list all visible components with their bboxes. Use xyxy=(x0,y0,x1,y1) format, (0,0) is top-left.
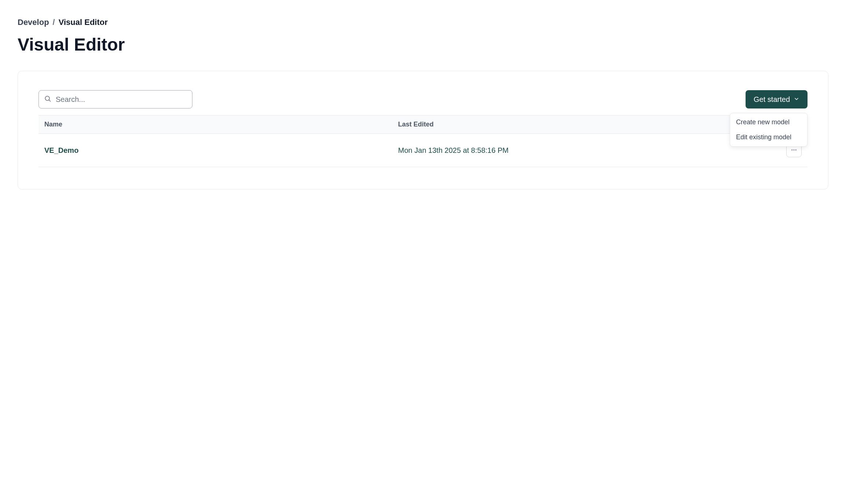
get-started-label: Get started xyxy=(754,95,790,104)
get-started-button[interactable]: Get started xyxy=(746,90,808,108)
dropdown-item-edit-existing-model[interactable]: Edit existing model xyxy=(730,130,807,145)
svg-point-0 xyxy=(45,96,49,100)
breadcrumb-parent[interactable]: Develop xyxy=(18,18,49,27)
chevron-down-icon xyxy=(794,95,799,104)
breadcrumb-separator: / xyxy=(53,18,55,27)
svg-line-1 xyxy=(49,100,51,102)
get-started-dropdown: Create new model Edit existing model xyxy=(730,113,808,147)
svg-point-2 xyxy=(791,149,792,150)
svg-point-4 xyxy=(795,149,797,150)
main-panel: Get started Create new model Edit existi… xyxy=(18,71,828,190)
table-row: VE_Demo Mon Jan 13th 2025 at 8:58:16 PM xyxy=(38,134,808,167)
breadcrumb-current: Visual Editor xyxy=(59,18,108,27)
page-title: Visual Editor xyxy=(18,34,828,55)
breadcrumb: Develop / Visual Editor xyxy=(18,18,828,27)
column-header-last-edited: Last Edited xyxy=(392,115,731,134)
row-name[interactable]: VE_Demo xyxy=(38,134,392,167)
svg-point-3 xyxy=(794,149,795,150)
search-box[interactable] xyxy=(38,90,192,108)
search-icon xyxy=(44,95,51,104)
row-last-edited: Mon Jan 13th 2025 at 8:58:16 PM xyxy=(392,134,731,167)
column-header-name: Name xyxy=(38,115,392,134)
search-input[interactable] xyxy=(56,95,187,104)
dropdown-item-create-new-model[interactable]: Create new model xyxy=(730,115,807,130)
ellipsis-icon xyxy=(791,147,797,154)
models-table: Name Last Edited VE_Demo Mon Jan 13th 20… xyxy=(38,115,808,167)
